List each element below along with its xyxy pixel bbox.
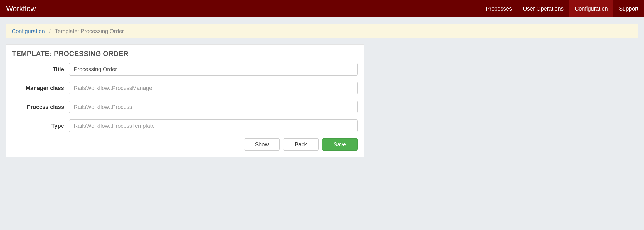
input-process-class[interactable] [69, 101, 358, 113]
label-process-class: Process class [12, 104, 69, 110]
show-button[interactable]: Show [244, 138, 280, 151]
form-row-type: Type [12, 119, 358, 132]
label-title: Title [12, 66, 69, 72]
panel-title: TEMPLATE: PROCESSING ORDER [12, 50, 358, 58]
label-type: Type [12, 123, 69, 129]
nav-item-configuration[interactable]: Configuration [569, 0, 613, 18]
label-manager-class: Manager class [12, 85, 69, 91]
back-button[interactable]: Back [283, 138, 319, 151]
panel: TEMPLATE: PROCESSING ORDER Title Manager… [6, 44, 364, 158]
breadcrumb: Configuration / Template: Processing Ord… [6, 24, 638, 38]
input-title[interactable] [69, 63, 358, 76]
navbar: Workflow Processes User Operations Confi… [0, 0, 644, 18]
nav-item-user-operations[interactable]: User Operations [517, 0, 569, 18]
nav-item-support[interactable]: Support [613, 0, 644, 18]
form-row-title: Title [12, 63, 358, 76]
input-type[interactable] [69, 119, 358, 132]
button-row: Show Back Save [12, 138, 358, 151]
save-button[interactable]: Save [322, 138, 358, 151]
navbar-brand[interactable]: Workflow [6, 0, 36, 18]
breadcrumb-current: Template: Processing Order [55, 28, 124, 34]
content-wrap: Configuration / Template: Processing Ord… [0, 18, 644, 158]
navbar-nav: Processes User Operations Configuration … [480, 0, 644, 18]
nav-item-processes[interactable]: Processes [480, 0, 517, 18]
breadcrumb-separator: / [49, 28, 51, 34]
form-row-process-class: Process class [12, 101, 358, 113]
input-manager-class[interactable] [69, 82, 358, 94]
breadcrumb-link-configuration[interactable]: Configuration [12, 28, 45, 34]
form-row-manager-class: Manager class [12, 82, 358, 94]
